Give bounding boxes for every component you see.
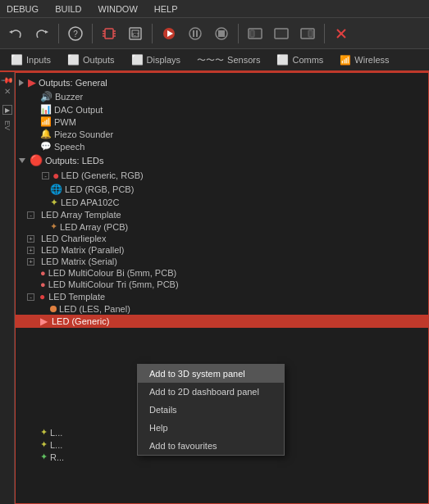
item-dac-label: DAC Output [54, 105, 103, 115]
tab-comms[interactable]: ⬜ Comms [269, 51, 331, 69]
piezo-icon: 🔔 [40, 129, 52, 139]
comms-icon: ⬜ [276, 54, 289, 66]
section-general-label: Outputs: General [39, 78, 107, 88]
component-button[interactable] [97, 21, 121, 46]
section-leds-label: Outputs: LEDs [45, 156, 104, 166]
dac-icon: 📊 [40, 104, 52, 115]
item-pwm[interactable]: 📶 PWM [16, 116, 428, 128]
sensors-wave-icon: 〜〜〜 [197, 54, 224, 66]
item-led-array-pcb[interactable]: ✦ LED Array (PCB) [16, 220, 428, 233]
tree-panel: ▶ Outputs: General 🔊 Buzzer 📊 DAC Output… [16, 73, 428, 503]
item-led-multicolour-bi-label: LED MultiColour Bi (5mm, PCB) [48, 268, 176, 278]
expand-led-template[interactable]: - [27, 293, 34, 301]
item-led-rgb-pcb[interactable]: 🌐 LED (RGB, PCB) [16, 183, 428, 196]
item-pwm-label: PWM [54, 117, 76, 127]
ev-label: EV [3, 120, 11, 130]
sidebar-close-icon[interactable]: ✕ [4, 87, 11, 96]
ev-toggle[interactable]: ▶ [2, 105, 12, 115]
item-led-array-template[interactable]: - LED Array Template [16, 209, 428, 220]
led-bi-icon: ● [40, 268, 46, 278]
ctx-help[interactable]: Help [138, 419, 284, 437]
wireless-icon: 📶 [340, 55, 351, 66]
led-tri-icon: ● [40, 279, 46, 289]
menu-bar: DEBUG BUILD WINDOW HELP [0, 0, 429, 18]
ctx-add-2d[interactable]: Add to 2D dashboard panel [138, 383, 284, 401]
item-led-template[interactable]: - ● LED Template [16, 290, 428, 303]
speech-icon: 💬 [40, 141, 52, 152]
item-led-generic-selected[interactable]: ▶ LED (Generic) [16, 315, 428, 328]
below2-icon: ✦ [40, 439, 48, 450]
tab-outputs[interactable]: ⬜ Outputs [60, 51, 122, 69]
tab-sensors[interactable]: 〜〜〜 Sensors [189, 51, 267, 70]
outputs-general-icon: ▶ [28, 76, 36, 89]
displays-icon: ⬜ [131, 54, 144, 66]
item-led-charlieplex[interactable]: + LED Charlieplex [16, 233, 428, 244]
tab-sensors-label: Sensors [227, 55, 260, 65]
stop-button[interactable] [209, 21, 234, 46]
expand-matrix-parallel[interactable]: + [27, 247, 34, 254]
tab-wireless-label: Wireless [354, 55, 389, 65]
item-led-les-panel[interactable]: LED (LES, Panel) [16, 303, 428, 315]
item-speech[interactable]: 💬 Speech [16, 140, 428, 152]
panel-btn-3[interactable] [295, 21, 320, 46]
ctx-add-favourites[interactable]: Add to favourites [138, 437, 284, 455]
close-toolbar-button[interactable] [329, 21, 354, 46]
item-led-matrix-serial[interactable]: + LED Matrix (Serial) [16, 256, 428, 267]
item-led-array-template-label: LED Array Template [41, 210, 121, 220]
help-button[interactable]: ? [63, 21, 88, 46]
section-outputs-leds[interactable]: 🔴 Outputs: LEDs [16, 152, 428, 168]
menu-debug[interactable]: DEBUG [3, 2, 42, 16]
ctx-add-3d[interactable]: Add to 3D system panel [138, 365, 284, 383]
item-buzzer[interactable]: 🔊 Buzzer [16, 90, 428, 103]
item-led-template-label: LED Template [48, 292, 105, 302]
item-dac-output[interactable]: 📊 DAC Output [16, 103, 428, 116]
ctx-details[interactable]: Details [138, 401, 284, 419]
section-general-arrow [19, 79, 24, 86]
outputs-leds-icon: 🔴 [30, 154, 43, 166]
buzzer-icon: 🔊 [40, 91, 52, 102]
item-led-generic-rgb[interactable]: - ● LED (Generic, RGB) [16, 168, 428, 183]
item-below-1-label: L... [50, 428, 62, 438]
item-buzzer-label: Buzzer [55, 92, 83, 102]
item-led-matrix-parallel[interactable]: + LED Matrix (Parallel) [16, 244, 428, 256]
pause-button[interactable] [183, 21, 208, 46]
redo-button[interactable] [30, 21, 54, 46]
pin-icon[interactable]: 📌 [0, 73, 13, 86]
expand-led-array-tpl[interactable]: - [27, 211, 34, 219]
play-button[interactable] [157, 21, 181, 46]
tab-displays-label: Displays [147, 55, 181, 65]
expand-matrix-serial[interactable]: + [27, 258, 34, 266]
undo-button[interactable] [3, 21, 28, 46]
tab-wireless[interactable]: 📶 Wireless [332, 52, 396, 69]
item-led-generic-label: LED (Generic) [52, 316, 109, 326]
menu-window[interactable]: WINDOW [95, 2, 141, 16]
tab-inputs[interactable]: ⬜ Inputs [3, 51, 58, 69]
item-led-les-label: LED (LES, Panel) [59, 304, 130, 314]
expand-charlieplex[interactable]: + [27, 235, 34, 243]
item-led-apa102c[interactable]: ✦ LED APA102C [16, 196, 428, 209]
item-led-rgb-pcb-label: LED (RGB, PCB) [65, 184, 134, 194]
svg-rect-15 [193, 30, 194, 37]
item-piezo[interactable]: 🔔 Piezo Sounder [16, 128, 428, 140]
menu-help[interactable]: HELP [151, 2, 181, 16]
item-led-array-pcb-label: LED Array (PCB) [60, 222, 128, 232]
below1-icon: ✦ [40, 427, 48, 438]
menu-build[interactable]: BUILD [52, 2, 84, 16]
item-led-multicolour-bi[interactable]: ● LED MultiColour Bi (5mm, PCB) [16, 267, 428, 279]
item-led-charlieplex-label: LED Charlieplex [41, 234, 106, 243]
section-outputs-general[interactable]: ▶ Outputs: General [16, 75, 428, 90]
item-led-matrix-parallel-label: LED Matrix (Parallel) [41, 245, 124, 255]
inputs-icon: ⬜ [11, 54, 23, 66]
target-button[interactable]: ICT [123, 21, 148, 46]
item-led-multicolour-tri[interactable]: ● LED MultiColour Tri (5mm, PCB) [16, 279, 428, 290]
expand-led-generic-rgb[interactable]: - [42, 172, 49, 179]
panel-btn-1[interactable] [243, 21, 267, 46]
svg-text:?: ? [73, 30, 78, 39]
panel-btn-2[interactable] [269, 21, 294, 46]
main-area: 📌 ✕ ▶ EV ▶ Outputs: General 🔊 Buzzer 📊 D… [0, 72, 429, 504]
svg-rect-21 [275, 29, 288, 39]
pwm-icon: 📶 [40, 116, 52, 127]
below3-icon: ✦ [40, 452, 48, 462]
tab-displays[interactable]: ⬜ Displays [124, 51, 189, 69]
left-sidebar: 📌 ✕ ▶ EV [0, 72, 15, 504]
